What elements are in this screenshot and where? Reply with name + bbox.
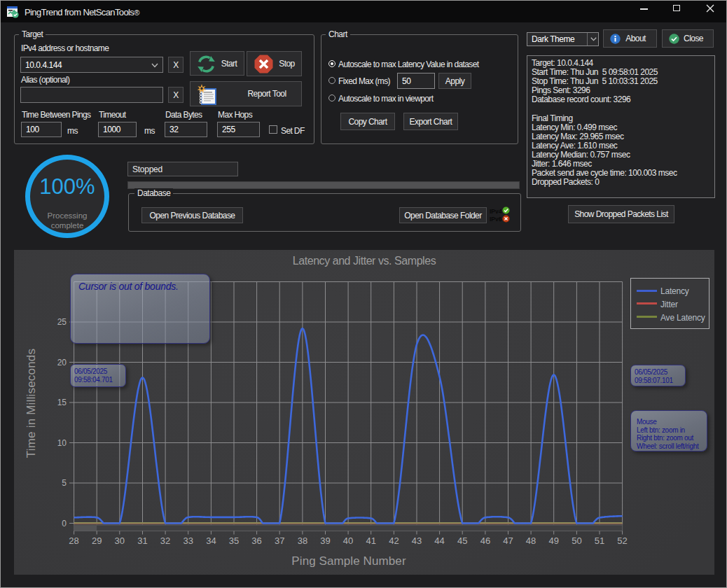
svg-text:44: 44 <box>434 536 444 546</box>
svg-text:39: 39 <box>320 536 330 546</box>
svg-text:32: 32 <box>160 536 170 546</box>
svg-text:5: 5 <box>62 478 67 488</box>
svg-text:15: 15 <box>57 398 67 407</box>
svg-text:47: 47 <box>503 536 513 546</box>
svg-text:34: 34 <box>206 536 216 546</box>
svg-text:42: 42 <box>389 536 399 546</box>
svg-text:43: 43 <box>412 536 422 546</box>
svg-text:33: 33 <box>183 536 193 546</box>
svg-text:36: 36 <box>251 536 261 546</box>
svg-text:35: 35 <box>229 536 239 546</box>
svg-text:51: 51 <box>595 536 604 546</box>
svg-text:30: 30 <box>115 536 125 546</box>
svg-text:48: 48 <box>526 536 536 546</box>
svg-text:31: 31 <box>137 536 147 546</box>
svg-text:46: 46 <box>480 536 490 546</box>
svg-text:50: 50 <box>572 536 581 546</box>
svg-text:20: 20 <box>57 358 67 368</box>
svg-text:45: 45 <box>457 536 467 546</box>
svg-text:38: 38 <box>298 536 307 546</box>
svg-text:28: 28 <box>69 536 78 546</box>
svg-text:37: 37 <box>275 536 284 546</box>
svg-text:41: 41 <box>366 536 375 546</box>
svg-text:10: 10 <box>57 438 67 448</box>
svg-text:25: 25 <box>57 317 67 327</box>
svg-text:49: 49 <box>548 536 558 546</box>
svg-text:29: 29 <box>92 536 102 546</box>
svg-text:0: 0 <box>62 519 67 528</box>
svg-text:40: 40 <box>343 536 353 546</box>
svg-text:52: 52 <box>617 536 627 546</box>
